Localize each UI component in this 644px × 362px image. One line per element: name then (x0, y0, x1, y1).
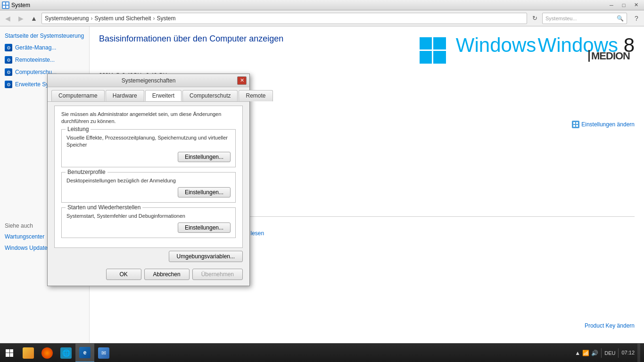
close-button[interactable]: ✕ (630, 0, 642, 10)
tab-erweitert[interactable]: Erweitert (145, 90, 182, 101)
window-controls: ─ □ ✕ (605, 0, 642, 10)
explorer-icon (23, 347, 34, 359)
path-part3: System (157, 15, 175, 22)
clock-time: 07:12 (621, 349, 635, 356)
title-bar: System ─ □ ✕ (0, 0, 644, 10)
tray-divider (601, 348, 602, 358)
group-starten: Starten und Wiederherstellen Systemstart… (61, 207, 236, 238)
taskbar-items: 🌐 e ✉ (19, 344, 571, 362)
umgebungsvariablen-button[interactable]: Umgebungsvariablen... (169, 251, 243, 262)
mail-icon: ✉ (98, 347, 109, 359)
window-icon (2, 1, 9, 9)
ok-button[interactable]: OK (106, 269, 141, 280)
minimize-button[interactable]: ─ (605, 0, 618, 10)
svg-rect-5 (576, 122, 578, 124)
window-title: System (11, 2, 30, 8)
maximize-button[interactable]: □ (618, 0, 630, 10)
sidebar-label-geraete: Geräte-Manag... (15, 44, 56, 51)
group-leistung-text: Visuelle Effekte, Prozessorzeitplanung, … (66, 134, 231, 149)
search-box[interactable]: Systemsteu... 🔍 (542, 13, 627, 24)
tab-computername[interactable]: Computername (51, 90, 105, 101)
dialog-footer-buttons: OK Abbrechen Übernehmen (48, 265, 249, 286)
sys-tray: ▲ 📶 🔊 (575, 350, 598, 356)
systemeigenschaften-dialog: Systemeigenschaften ✕ Computername Hardw… (47, 74, 250, 286)
dialog-close-button[interactable]: ✕ (237, 76, 247, 85)
address-bar: ◀ ▶ ▲ Systemsteuerung › System und Siche… (0, 10, 644, 26)
svg-rect-7 (576, 125, 578, 127)
windows-update-label: Windows Update (5, 245, 48, 251)
product-key-link[interactable]: Product Key ändern (585, 322, 635, 329)
starten-einstellungen-button[interactable]: Einstellungen... (178, 222, 231, 233)
svg-rect-2 (3, 6, 5, 8)
dialog-title: Systemeigenschaften (60, 77, 237, 84)
search-icon: 🔍 (617, 15, 624, 22)
start-icon (6, 349, 13, 357)
sidebar-label-remote: Remoteeinste... (15, 57, 55, 63)
group-leistung-title: Leistung (66, 126, 91, 132)
forward-button[interactable]: ▶ (15, 13, 26, 24)
taskbar-network[interactable]: 🌐 (57, 344, 75, 362)
group-benutzerprofile-title: Benutzerprofile (66, 169, 107, 175)
settings-change-link[interactable]: Einstellungen ändern (581, 121, 635, 128)
tray-divider2 (618, 348, 619, 358)
sidebar-item-geraete[interactable]: ⚙ Geräte-Manag... (0, 41, 89, 54)
medion-logo: MEDION (588, 50, 630, 62)
taskbar-firefox[interactable] (38, 344, 57, 362)
benutzerprofile-einstellungen-button[interactable]: Einstellungen... (178, 187, 231, 197)
windows-text: Windows (456, 34, 536, 56)
taskbar-ie[interactable]: e (75, 344, 94, 362)
tab-remote[interactable]: Remote (239, 90, 272, 101)
leistung-einstellungen-button[interactable]: Einstellungen... (178, 152, 231, 162)
search-placeholder: Systemsteu... (545, 16, 617, 21)
sidebar-home-link[interactable]: Startseite der Systemsteuerung (0, 30, 89, 41)
dialog-tabs: Computername Hardware Erweitert Computer… (48, 87, 249, 102)
shield-icon-1: ⚙ (5, 44, 12, 51)
shield-icon-2: ⚙ (5, 56, 12, 64)
group-benutzerprofile-text: Desktopeinstellungen bezüglich der Anmel… (66, 177, 231, 184)
shield-icon-4: ⚙ (5, 81, 12, 88)
windows-logo-tiles (420, 37, 446, 64)
svg-rect-3 (6, 6, 8, 8)
shield-icon-3: ⚙ (5, 68, 12, 76)
back-button[interactable]: ◀ (2, 13, 13, 24)
clock[interactable]: 07:12 (621, 349, 635, 356)
svg-rect-0 (3, 2, 5, 5)
apply-button[interactable]: Übernehmen (192, 269, 243, 280)
start-button[interactable] (0, 344, 19, 362)
group-benutzerprofile: Benutzerprofile Desktopeinstellungen bez… (61, 172, 236, 203)
medion-brand: MEDION (588, 50, 630, 62)
ie-icon: e (79, 347, 91, 358)
settings-change-area: Einstellungen ändern (572, 121, 635, 128)
group-starten-text: Systemstart, Systemfehler und Debuginfor… (66, 213, 231, 220)
cancel-button[interactable]: Abbrechen (144, 269, 190, 280)
show-desktop-button[interactable] (637, 344, 640, 362)
language-indicator[interactable]: DEU (604, 350, 615, 356)
path-part2: System und Sicherheit (94, 15, 151, 22)
svg-rect-4 (573, 122, 575, 124)
home-link-text: Startseite der Systemsteuerung (5, 33, 84, 39)
refresh-button[interactable]: ↻ (529, 13, 540, 24)
volume-tray-icon[interactable]: 🔊 (591, 350, 598, 356)
taskbar-right: ▲ 📶 🔊 DEU 07:12 (571, 344, 644, 362)
taskbar-explorer[interactable] (19, 344, 38, 362)
network-tray-icon[interactable]: 📶 (582, 350, 589, 356)
help-button[interactable]: ? (631, 13, 642, 24)
dialog-note: Sie müssen als Administrator angemeldet … (61, 111, 236, 125)
tab-hardware[interactable]: Hardware (106, 90, 144, 101)
firefox-icon (41, 347, 53, 359)
arrow-tray-icon[interactable]: ▲ (575, 350, 580, 356)
path-part1: Systemsteuerung (45, 15, 89, 22)
network-icon: 🌐 (60, 347, 72, 359)
up-button[interactable]: ▲ (28, 13, 40, 24)
svg-rect-1 (6, 2, 8, 5)
group-starten-title: Starten und Wiederherstellen (66, 204, 142, 211)
wartungscenter-label: Wartungscenter (5, 233, 44, 240)
tab-computerschutz[interactable]: Computerschutz (182, 90, 238, 101)
group-leistung: Leistung Visuelle Effekte, Prozessorzeit… (61, 129, 236, 167)
settings-small-icon (572, 121, 579, 128)
taskbar-mail[interactable]: ✉ (94, 344, 113, 362)
dialog-env-row: Umgebungsvariablen... (51, 248, 246, 265)
address-path[interactable]: Systemsteuerung › System und Sicherheit … (41, 13, 527, 24)
sidebar-item-remote[interactable]: ⚙ Remoteeinste... (0, 54, 89, 66)
dialog-title-bar: Systemeigenschaften ✕ (48, 74, 249, 87)
